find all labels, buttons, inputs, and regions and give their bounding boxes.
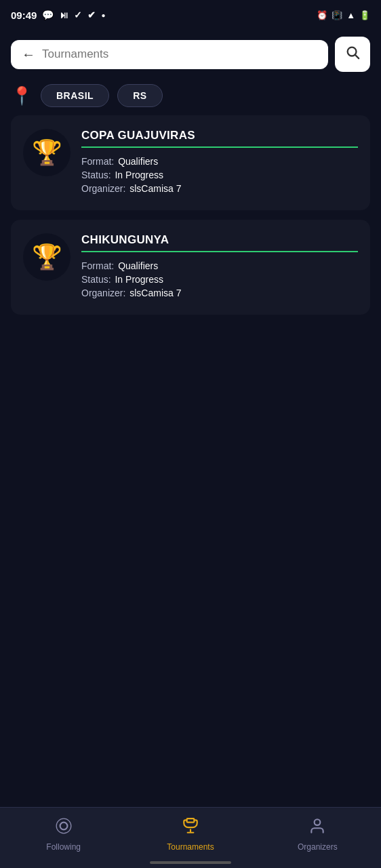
status-bar: 09:49 💬 ⏯ ✓ ✔ ● ⏰ 📳 ▲ 🔋 [0,0,381,30]
card-content-2: CHIKUNGUNYA Format: Qualifiers Status: I… [81,233,358,301]
search-button[interactable] [335,37,370,72]
status-right-icons: ⏰ 📳 ▲ 🔋 [317,10,370,20]
tournaments-icon [182,817,199,839]
filter-chip-brasil[interactable]: BRASIL [41,84,109,107]
status-whatsapp-icon: 💬 [42,9,54,20]
location-icon: 📍 [11,85,33,106]
card-format-1: Format: Qualifiers [81,156,358,167]
card-status-1: Status: In Progress [81,170,358,180]
nav-label-organizers: Organizers [298,842,338,852]
status-time: 09:49 💬 ⏯ ✓ ✔ ● [11,9,105,21]
bottom-nav: Following Tournaments Organizers [0,807,381,868]
svg-rect-4 [187,818,195,822]
filter-chip-rs[interactable]: RS [117,84,162,107]
card-divider-2 [81,251,358,252]
search-button-icon [345,45,360,64]
status-dot-icon: ● [101,12,105,19]
following-icon [55,817,73,839]
tournament-card-2[interactable]: 🏆 CHIKUNGUNYA Format: Qualifiers Status:… [11,220,370,315]
wifi-icon: ▲ [346,10,355,20]
battery-icon: 🔋 [359,10,370,20]
organizers-icon [308,817,326,839]
back-icon[interactable]: ← [22,47,35,62]
filter-row: 📍 BRASIL RS [0,79,381,115]
vibrate-icon: 📳 [332,10,342,20]
card-content-1: COPA GUAJUVIRAS Format: Qualifiers Statu… [81,129,358,197]
search-bar-container: ← [0,30,381,79]
status-media-icon: ⏯ [59,9,68,20]
svg-point-3 [56,818,71,833]
card-status-2: Status: In Progress [81,274,358,285]
nav-item-following[interactable]: Following [0,817,127,852]
trophy-icon-2: 🏆 [23,233,71,281]
search-input-wrapper[interactable]: ← [11,40,328,69]
card-organizer-2: Organizer: slsCamisa 7 [81,288,358,298]
alarm-icon: ⏰ [317,10,327,20]
status-check-icon: ✓ [74,9,82,20]
svg-point-5 [315,819,321,825]
tournament-card-1[interactable]: 🏆 COPA GUAJUVIRAS Format: Qualifiers Sta… [11,115,370,210]
status-check2-icon: ✔ [87,9,96,20]
time-display: 09:49 [11,9,37,21]
card-title-2: CHIKUNGUNYA [81,233,358,247]
trophy-icon-1: 🏆 [23,129,71,176]
nav-item-organizers[interactable]: Organizers [254,817,381,852]
card-title-1: COPA GUAJUVIRAS [81,129,358,142]
home-indicator [150,861,231,864]
nav-item-tournaments[interactable]: Tournaments [127,817,254,852]
card-organizer-1: Organizer: slsCamisa 7 [81,183,358,194]
cards-container: 🏆 COPA GUAJUVIRAS Format: Qualifiers Sta… [0,115,381,315]
search-input[interactable] [42,47,317,61]
nav-label-tournaments: Tournaments [167,842,214,852]
card-divider-1 [81,146,358,148]
card-format-2: Format: Qualifiers [81,260,358,271]
svg-point-2 [60,823,67,830]
svg-line-1 [355,55,359,58]
nav-label-following: Following [46,842,81,852]
